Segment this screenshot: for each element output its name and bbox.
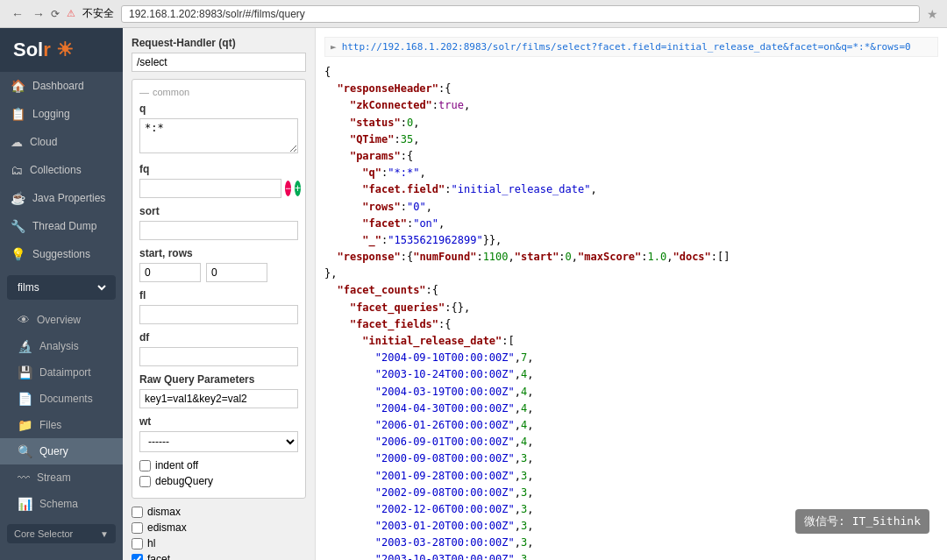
- df-input[interactable]: [139, 347, 298, 366]
- wt-select[interactable]: ------jsonxmlcsvjavabin: [139, 431, 298, 452]
- files-icon: 📁: [18, 418, 32, 432]
- nav-buttons: ← → ⟳: [9, 7, 60, 21]
- indent-off-label: indent off: [155, 459, 198, 471]
- sidebar-item-query[interactable]: 🔍 Query: [0, 438, 123, 464]
- json-line: "2006-09-01T00:00:00Z",4,: [324, 434, 938, 450]
- sidebar-item-stream[interactable]: 〰 Stream: [0, 464, 123, 491]
- json-line: "2006-01-26T00:00:00Z",4,: [324, 417, 938, 434]
- indent-off-row: indent off: [139, 459, 298, 471]
- sidebar-item-documents[interactable]: 📄 Documents: [0, 386, 123, 412]
- q-input[interactable]: *:*: [139, 118, 298, 153]
- hl-label: hl: [147, 537, 155, 549]
- sidebar-item-files[interactable]: 📁 Files: [0, 412, 123, 438]
- df-label: df: [139, 331, 298, 344]
- sidebar-sub-label: Dataimport: [39, 366, 91, 379]
- core-selector[interactable]: films films: [7, 275, 116, 300]
- json-line: "responseHeader":{: [324, 81, 938, 97]
- json-line: "facet_fields":{: [324, 316, 938, 333]
- sidebar-item-dataimport[interactable]: 💾 Dataimport: [0, 359, 123, 386]
- result-url-link[interactable]: http://192.168.1.202:8983/solr/films/sel…: [342, 41, 911, 53]
- json-line: "2004-03-19T00:00:00Z",4,: [324, 384, 938, 401]
- sidebar-item-overview[interactable]: 👁 Overview: [0, 307, 123, 333]
- json-line: "params":{: [324, 148, 938, 165]
- request-handler-input[interactable]: [132, 53, 306, 72]
- sort-label: sort: [139, 205, 298, 217]
- json-line: "QTime":35,: [324, 131, 938, 148]
- collections-icon: 🗂: [11, 163, 23, 177]
- sidebar-item-logging[interactable]: 📋 Logging: [0, 100, 123, 128]
- logging-icon: 📋: [11, 107, 25, 121]
- watermark: 微信号: IT_5ithink: [795, 509, 929, 534]
- indent-off-checkbox[interactable]: [139, 460, 151, 471]
- refresh-button[interactable]: ⟳: [51, 7, 60, 21]
- dismax-checkbox[interactable]: [132, 507, 143, 518]
- wt-label: wt: [139, 415, 298, 428]
- hl-row: hl: [132, 537, 306, 549]
- core-select[interactable]: films films: [14, 280, 109, 294]
- watermark-text: 微信号: IT_5ithink: [804, 514, 921, 528]
- core-selector-label: Core Selector: [14, 528, 73, 539]
- thread-icon: 🔧: [11, 219, 25, 233]
- bookmark-button[interactable]: ★: [927, 7, 938, 21]
- sidebar-item-label: Logging: [32, 108, 70, 120]
- fl-label: fl: [139, 289, 298, 301]
- url-arrow-icon: ►: [331, 41, 337, 53]
- security-label: 不安全: [82, 6, 114, 21]
- sidebar-sub-label: Files: [39, 419, 61, 431]
- edismax-checkbox[interactable]: [132, 522, 143, 534]
- fq-input[interactable]: [139, 179, 281, 198]
- json-line: "q":"*:*",: [324, 165, 938, 181]
- rows-input[interactable]: [206, 263, 267, 282]
- json-line: "2004-04-30T00:00:00Z",4,: [324, 401, 938, 417]
- overview-icon: 👁: [18, 313, 30, 327]
- documents-icon: 📄: [18, 392, 32, 406]
- common-section: common q *:* fq − + sort start, rows: [132, 79, 306, 499]
- java-icon: ☕: [11, 191, 25, 205]
- debug-query-checkbox[interactable]: [139, 476, 151, 487]
- sidebar-item-collections[interactable]: 🗂 Collections: [0, 156, 123, 184]
- sidebar-item-thread-dump[interactable]: 🔧 Thread Dump: [0, 212, 123, 240]
- fq-remove-button[interactable]: −: [285, 181, 291, 196]
- debug-query-label: debugQuery: [155, 475, 213, 487]
- json-line: "2003-10-24T00:00:00Z",4,: [324, 366, 938, 383]
- fq-label: fq: [139, 163, 298, 175]
- debug-query-row: debugQuery: [139, 475, 298, 487]
- sidebar-item-suggestions[interactable]: 💡 Suggestions: [0, 240, 123, 268]
- common-header: common: [139, 87, 298, 97]
- url-bar[interactable]: [121, 5, 920, 23]
- logo-area: Solr ☀: [0, 28, 123, 72]
- start-input[interactable]: [139, 263, 201, 282]
- sort-input[interactable]: [139, 221, 298, 240]
- sidebar-item-cloud[interactable]: ☁ Cloud: [0, 128, 123, 156]
- json-line: "2001-09-28T00:00:00Z",3,: [324, 468, 938, 485]
- sidebar-item-label: Java Properties: [32, 192, 105, 204]
- fq-row: − +: [139, 179, 298, 198]
- json-line: "response":{"numFound":1100,"start":0,"m…: [324, 249, 938, 266]
- sidebar-item-dashboard[interactable]: 🏠 Dashboard: [0, 72, 123, 100]
- sidebar-item-schema[interactable]: 📊 Schema: [0, 491, 123, 517]
- facet-checkbox[interactable]: [132, 554, 143, 561]
- forward-button[interactable]: →: [30, 7, 47, 21]
- sidebar-sub-label: Stream: [37, 471, 71, 484]
- stream-icon: 〰: [18, 471, 30, 485]
- sidebar-item-label: Collections: [30, 164, 82, 176]
- logo: Solr ☀: [13, 39, 74, 60]
- fq-add-button[interactable]: +: [295, 181, 301, 196]
- json-line: "facet_counts":{: [324, 282, 938, 299]
- json-line: {: [324, 64, 938, 81]
- fl-input[interactable]: [139, 305, 298, 324]
- json-content: { "responseHeader":{ "zkConnected":true,…: [324, 64, 938, 560]
- sidebar-item-java-properties[interactable]: ☕ Java Properties: [0, 184, 123, 212]
- sidebar-sub-label: Schema: [39, 498, 78, 510]
- start-rows-section: start, rows: [139, 247, 298, 282]
- dashboard-icon: 🏠: [11, 79, 25, 93]
- sidebar-item-analysis[interactable]: 🔬 Analysis: [0, 333, 123, 359]
- hl-checkbox[interactable]: [132, 538, 143, 549]
- browser-bar: ← → ⟳ ⚠ 不安全 ★: [0, 0, 947, 28]
- start-rows-inputs: [139, 263, 298, 282]
- json-line: "2003-03-28T00:00:00Z",3,: [324, 535, 938, 551]
- raw-params-input[interactable]: [139, 389, 298, 408]
- sort-section: sort: [139, 205, 298, 247]
- sidebar-sub-label: Query: [39, 445, 68, 457]
- back-button[interactable]: ←: [9, 7, 26, 21]
